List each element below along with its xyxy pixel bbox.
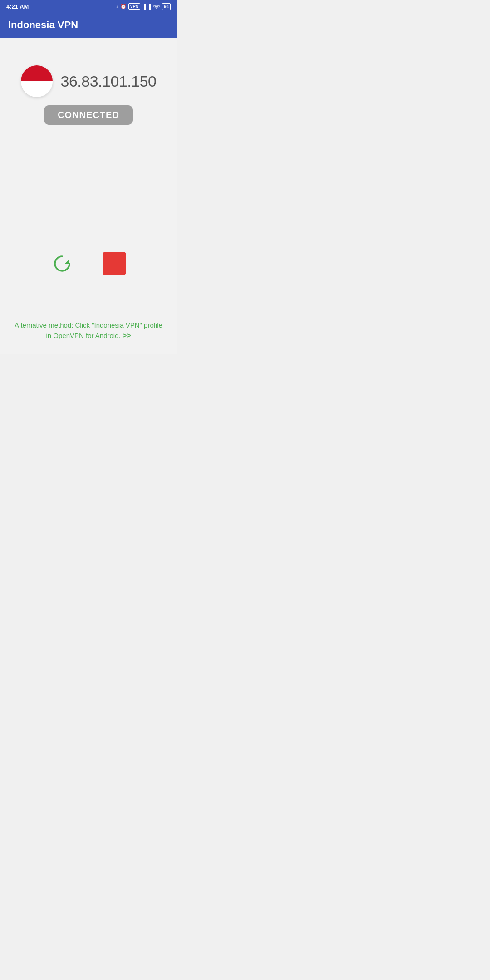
moon-icon: ☽ bbox=[114, 4, 118, 10]
app-header: Indonesia VPN bbox=[0, 13, 177, 38]
app-title: Indonesia VPN bbox=[8, 19, 169, 31]
reconnect-icon bbox=[51, 253, 73, 274]
flag-top bbox=[21, 65, 53, 81]
wifi-icon bbox=[153, 3, 160, 10]
vpn-info: 36.83.101.150 bbox=[21, 65, 157, 97]
status-bar: 4:21 AM ☽ ⏰ VPN ▐ ▐ 94 bbox=[0, 0, 177, 13]
footer-text: Alternative method: Click "Indonesia VPN… bbox=[14, 320, 163, 342]
status-time: 4:21 AM bbox=[6, 3, 29, 10]
main-content: 36.83.101.150 CONNECTED bbox=[0, 38, 177, 311]
reconnect-button[interactable] bbox=[51, 253, 73, 274]
vpn-icon: VPN bbox=[128, 3, 141, 10]
connection-status-badge: CONNECTED bbox=[44, 105, 133, 125]
stop-button[interactable] bbox=[103, 252, 126, 275]
status-icons: ☽ ⏰ VPN ▐ ▐ 94 bbox=[114, 3, 171, 10]
signal2-icon: ▐ bbox=[147, 4, 151, 9]
country-flag bbox=[21, 65, 53, 97]
flag-bottom bbox=[21, 81, 53, 97]
ip-address: 36.83.101.150 bbox=[61, 73, 157, 90]
action-buttons bbox=[0, 252, 177, 275]
battery-indicator: 94 bbox=[162, 3, 171, 10]
signal1-icon: ▐ bbox=[142, 4, 146, 9]
footer-arrow: >> bbox=[122, 332, 131, 339]
alarm-icon: ⏰ bbox=[120, 4, 127, 10]
svg-marker-0 bbox=[65, 259, 69, 264]
footer: Alternative method: Click "Indonesia VPN… bbox=[0, 311, 177, 354]
